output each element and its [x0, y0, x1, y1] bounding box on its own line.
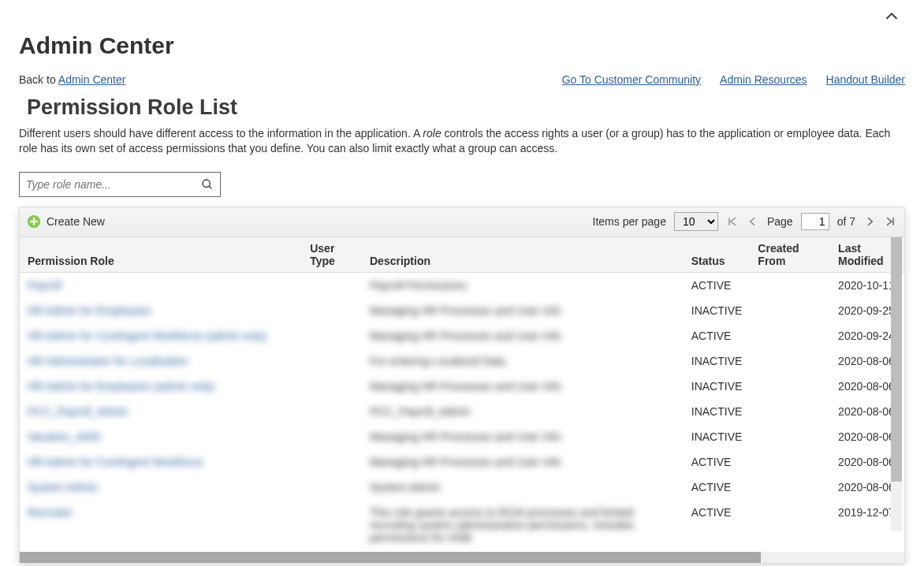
th-last-modified[interactable]: Last Modified	[830, 237, 904, 273]
role-last-modified: 2020-08-06	[830, 449, 904, 475]
page-desc-em: role	[423, 127, 441, 140]
collapse-panel-toggle[interactable]	[19, 8, 905, 28]
page-total-label: of 7	[837, 215, 855, 228]
role-status: INACTIVE	[684, 348, 751, 374]
last-page-button[interactable]	[884, 215, 896, 228]
role-last-modified: 2020-08-06	[830, 348, 904, 374]
role-link[interactable]: HR Admin for Employees	[28, 304, 151, 317]
role-last-modified: 2020-08-06	[830, 374, 904, 399]
table-row: HR Admin for Contingent Workforce (admin…	[20, 323, 904, 348]
role-desc: For entering Localized Data	[370, 355, 505, 367]
prev-page-button[interactable]	[747, 215, 759, 228]
role-status: ACTIVE	[684, 323, 751, 348]
table-row: HR Admin for Employees (admin only)Manag…	[20, 374, 904, 399]
role-desc: PCC_Payroll_Admin	[370, 405, 471, 418]
page-label: Page	[767, 215, 793, 228]
role-desc: Payroll Permissions	[370, 279, 467, 292]
role-desc: Managing HR Processes and User Info	[370, 330, 561, 342]
role-list-panel: Create New Items per page 10 Page of 7 P…	[19, 207, 905, 564]
role-last-modified: 2020-08-06	[830, 424, 904, 449]
table-toolbar: Create New Items per page 10 Page of 7	[20, 207, 904, 237]
role-status: INACTIVE	[684, 424, 751, 449]
admin-resources-link[interactable]: Admin Resources	[720, 73, 807, 86]
table-row: Vacation_4400Managing HR Processes and U…	[20, 424, 904, 449]
role-desc: Managing HR Processes and User Info	[370, 430, 561, 443]
items-per-page-select[interactable]: 10	[674, 212, 718, 231]
role-status: ACTIVE	[684, 272, 751, 298]
create-new-button[interactable]: Create New	[28, 215, 105, 228]
page-desc-pre: Different users should have different ac…	[19, 127, 423, 140]
create-new-label: Create New	[47, 215, 105, 228]
page-description: Different users should have different ac…	[19, 126, 905, 156]
table-row: HR Administrator for LocalizationFor ent…	[20, 348, 904, 374]
th-status[interactable]: Status	[684, 237, 751, 273]
role-status: ACTIVE	[684, 449, 751, 475]
permission-role-table: Permission Role User Type Description St…	[20, 237, 904, 550]
role-link[interactable]: HR Admin for Contingent Workforce (admin…	[28, 330, 266, 342]
table-row: PayrollPayroll PermissionsACTIVE2020-10-…	[20, 272, 904, 298]
svg-point-0	[203, 180, 210, 187]
th-user-type[interactable]: User Type	[302, 237, 362, 273]
role-link[interactable]: HR Admin for Employees (admin only)	[28, 380, 214, 393]
role-last-modified: 2019-12-07	[830, 500, 904, 550]
role-desc: System Admin	[370, 481, 440, 493]
back-to-admin-center-link[interactable]: Admin Center	[58, 73, 126, 86]
role-status: ACTIVE	[684, 500, 751, 550]
role-last-modified: 2020-09-24	[830, 323, 904, 348]
pagination-controls: Items per page 10 Page of 7	[593, 212, 896, 231]
page-title: Permission Role List	[27, 95, 905, 120]
role-link[interactable]: Payroll	[28, 279, 61, 292]
handout-builder-link[interactable]: Handout Builder	[826, 73, 905, 86]
role-desc: Managing HR Processes and User Info	[370, 456, 561, 468]
plus-icon	[28, 215, 40, 228]
role-desc: Managing HR Processes and User Info	[370, 304, 561, 317]
app-title: Admin Center	[19, 32, 905, 59]
role-link[interactable]: PCC_Payroll_Admin	[28, 405, 129, 418]
back-prefix: Back to	[19, 73, 58, 86]
horizontal-scrollbar[interactable]	[20, 552, 904, 563]
role-link[interactable]: Vacation_4400	[28, 430, 100, 443]
role-desc: Managing HR Processes and User Info	[370, 380, 561, 393]
items-per-page-label: Items per page	[593, 215, 666, 228]
horizontal-scrollbar-thumb[interactable]	[20, 552, 761, 563]
role-link[interactable]: System Admin	[28, 481, 98, 493]
table-row: RecruiterThis role grants access to RCM …	[20, 500, 904, 550]
role-link[interactable]: HR Administrator for Localization	[28, 355, 188, 367]
role-link[interactable]: Recruiter	[28, 506, 73, 519]
page-number-input[interactable]	[801, 213, 829, 230]
role-last-modified: 2020-08-06	[830, 399, 904, 424]
back-link-wrapper: Back to Admin Center	[19, 73, 125, 86]
table-row: PCC_Payroll_AdminPCC_Payroll_AdminINACTI…	[20, 399, 904, 424]
chevron-up-icon	[883, 8, 900, 25]
search-wrapper	[19, 172, 221, 197]
next-page-button[interactable]	[863, 215, 876, 228]
table-row: HR Admin for Contingent WorkforceManagin…	[20, 449, 904, 475]
role-status: INACTIVE	[684, 399, 751, 424]
role-last-modified: 2020-09-25	[830, 298, 904, 323]
table-row: System AdminSystem AdminACTIVE2020-08-06	[20, 475, 904, 500]
role-status: INACTIVE	[684, 298, 751, 323]
th-description[interactable]: Description	[362, 237, 684, 273]
customer-community-link[interactable]: Go To Customer Community	[562, 73, 701, 86]
role-last-modified: 2020-10-11	[830, 272, 904, 298]
table-row: HR Admin for EmployeesManaging HR Proces…	[20, 298, 904, 323]
th-created-from[interactable]: Created From	[750, 237, 830, 273]
role-desc: This role grants access to RCM processes…	[370, 506, 676, 544]
svg-line-1	[209, 186, 211, 188]
role-status: ACTIVE	[684, 475, 751, 500]
th-permission-role[interactable]: Permission Role	[20, 237, 302, 273]
role-link[interactable]: HR Admin for Contingent Workforce	[28, 456, 203, 468]
first-page-button[interactable]	[726, 215, 739, 228]
search-icon[interactable]	[201, 178, 214, 191]
search-input[interactable]	[26, 178, 201, 191]
role-status: INACTIVE	[684, 374, 751, 399]
role-last-modified: 2020-08-06	[830, 475, 904, 500]
